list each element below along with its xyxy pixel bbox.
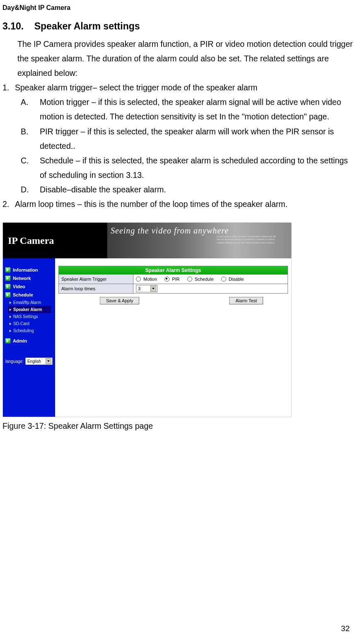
play-icon [5, 338, 10, 343]
save-apply-button[interactable]: Save & Apply [100, 297, 139, 304]
sidebar: Information Network Video Schedule Email… [3, 258, 55, 417]
sidebar-sub-nas-settings[interactable]: NAS Settings [3, 313, 55, 320]
radio-disable[interactable] [221, 277, 226, 282]
sublist-text: Schedule – if this is selected, the spea… [40, 153, 357, 182]
radio-label: Motion [143, 277, 157, 282]
panel-row-trigger: Speaker Alarm Trigger Motion PIR Schedul… [58, 275, 288, 284]
arrow-right-icon [10, 316, 11, 318]
radio-label: Schedule [195, 277, 214, 282]
intro-paragraph: The IP Camera provides speaker alarm fun… [2, 37, 357, 80]
page-header: Day&Night IP Camera [2, 4, 358, 12]
section-heading: 3.10. Speaker Alarm settings [2, 21, 358, 32]
sidebar-label: Network [13, 276, 31, 281]
sidebar-sub-scheduling[interactable]: Scheduling [3, 327, 55, 334]
banner-brand: IP Camera [3, 223, 107, 258]
sublist-text: PIR trigger – if this is selected, the s… [40, 124, 357, 153]
play-icon [5, 267, 10, 272]
chevron-down-icon [150, 286, 156, 292]
row-label-trigger: Speaker Alarm Trigger [59, 275, 133, 284]
sidebar-sub-sd-card[interactable]: SD-Card [3, 320, 55, 327]
radio-label: PIR [172, 277, 179, 282]
sublist-letter: A. [21, 95, 40, 124]
sidebar-label: Admin [13, 338, 27, 343]
language-select[interactable]: English [25, 357, 53, 365]
list-text: Speaker alarm trigger– select the trigge… [15, 80, 257, 95]
radio-schedule[interactable] [187, 277, 192, 282]
sublist-letter: B. [21, 124, 40, 153]
section-title-text: Speaker Alarm settings [34, 21, 140, 32]
radio-pir[interactable] [164, 277, 169, 282]
list-item-2: 2. Alarm loop times – this is the number… [2, 197, 357, 211]
sidebar-item-video[interactable]: Video [3, 282, 55, 291]
sidebar-sub-email-ftp-alarm[interactable]: Email/ftp Alarm [3, 299, 55, 306]
banner: IP Camera Seeing the video from anywhere… [3, 223, 291, 258]
page-number: 32 [341, 624, 350, 633]
sublist-item-c: C. Schedule – if this is selected, the s… [21, 153, 357, 182]
panel-row-loop-times: Alarm loop times 3 [58, 284, 288, 294]
sidebar-sub-label: SD-Card [13, 321, 29, 326]
sublist-item-b: B. PIR trigger – if this is selected, th… [21, 124, 357, 153]
play-icon [5, 276, 10, 281]
loop-times-select[interactable]: 3 [136, 285, 157, 292]
language-label: language: [5, 359, 24, 364]
sidebar-sub-label: NAS Settings [13, 314, 38, 319]
list-number: 2. [2, 197, 15, 211]
list-number: 1. [2, 80, 15, 95]
chevron-down-icon [46, 358, 51, 364]
banner-slogan: Seeing the video from anywhere [111, 226, 229, 236]
section-number: 3.10. [2, 21, 24, 32]
figure-caption: Figure 3-17: Speaker Alarm Settings page [2, 421, 358, 431]
sidebar-item-admin[interactable]: Admin [3, 337, 55, 345]
sidebar-item-network[interactable]: Network [3, 274, 55, 282]
radio-motion[interactable] [136, 277, 141, 282]
button-row: Save & Apply Alarm Test [58, 294, 288, 304]
sidebar-label: Video [13, 284, 25, 289]
sublist-letter: D. [21, 182, 40, 197]
arrow-right-icon [10, 330, 11, 332]
play-icon [5, 292, 10, 297]
arrow-right-icon [10, 301, 11, 304]
alarm-test-button[interactable]: Alarm Test [229, 297, 263, 304]
sidebar-sub-speaker-alarm[interactable]: Speaker Alarm [8, 306, 51, 313]
row-value-trigger: Motion PIR Schedule Disable [133, 277, 288, 282]
sidebar-label: Information [13, 267, 38, 272]
sidebar-sub-label: Scheduling [13, 328, 34, 333]
language-value: English [27, 359, 41, 364]
panel-title: Speaker Alarm Settings [58, 266, 288, 275]
sidebar-sub-label: Speaker Alarm [13, 307, 42, 312]
sublist-letter: C. [21, 153, 40, 182]
sublist-text: Disable–disable the speaker alarm. [40, 182, 357, 197]
radio-label: Disable [229, 277, 244, 282]
play-icon [5, 284, 10, 289]
sublist-item-a: A. Motion trigger – if this is selected,… [21, 95, 357, 124]
row-label-loop-times: Alarm loop times [59, 284, 133, 293]
language-row: language: English [3, 357, 55, 365]
row-value-loop-times: 3 [133, 285, 288, 292]
list-text: Alarm loop times – this is the number of… [15, 197, 288, 211]
sidebar-sub-label: Email/ftp Alarm [13, 300, 41, 305]
screen-body: Information Network Video Schedule Email… [3, 258, 291, 417]
banner-fineprint: Lorem ipsum dolor sit amet consectetur a… [217, 235, 279, 244]
sublist-text: Motion trigger – if this is selected, th… [40, 95, 357, 124]
sidebar-item-schedule[interactable]: Schedule [3, 291, 55, 299]
select-value: 3 [138, 286, 140, 291]
embedded-screenshot: IP Camera Seeing the video from anywhere… [2, 222, 292, 417]
sublist-item-d: D. Disable–disable the speaker alarm. [21, 182, 357, 197]
arrow-right-icon [10, 323, 11, 325]
arrow-right-icon [10, 309, 11, 311]
list-item-1: 1. Speaker alarm trigger– select the tri… [2, 80, 357, 95]
content-area: Speaker Alarm Settings Speaker Alarm Tri… [55, 258, 291, 417]
sidebar-item-information[interactable]: Information [3, 266, 55, 274]
sidebar-label: Schedule [13, 292, 33, 297]
